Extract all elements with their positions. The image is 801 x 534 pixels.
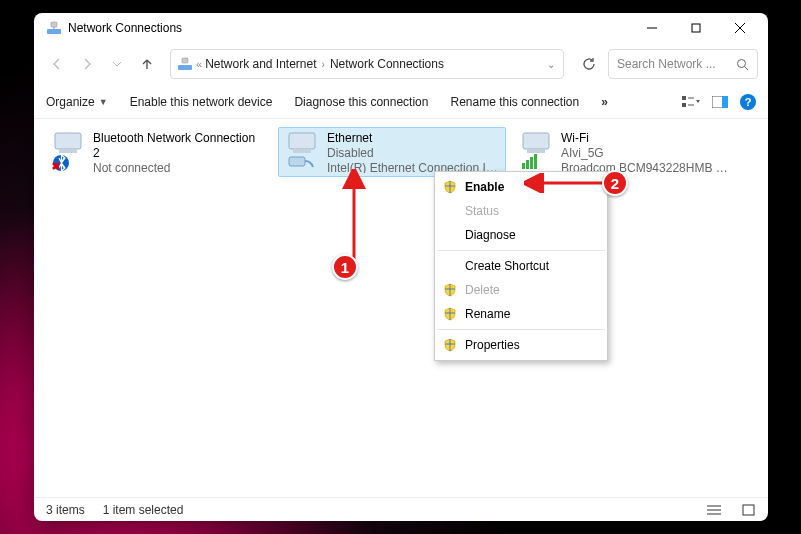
window-title: Network Connections <box>68 21 182 35</box>
svg-rect-24 <box>527 149 545 153</box>
wifi-adapter-icon <box>519 131 555 171</box>
svg-rect-0 <box>47 29 61 34</box>
crumb-network-connections[interactable]: Network Connections <box>330 57 444 71</box>
back-button[interactable] <box>44 51 70 77</box>
svg-point-9 <box>738 59 746 67</box>
minimize-button[interactable] <box>630 13 674 43</box>
chevron-down-icon[interactable]: ⌄ <box>545 59 557 70</box>
shield-icon <box>443 307 457 321</box>
explorer-window: Network Connections « Network and Intern… <box>34 13 768 521</box>
ctx-separator <box>437 250 605 251</box>
refresh-button[interactable] <box>574 49 604 79</box>
view-layout-icon[interactable] <box>682 95 700 109</box>
svg-rect-4 <box>692 24 700 32</box>
shield-icon <box>443 283 457 297</box>
svg-rect-34 <box>743 505 754 515</box>
adapter-status: AIvi_5G <box>561 146 733 161</box>
address-bar[interactable]: « Network and Internet › Network Connect… <box>170 49 564 79</box>
adapter-name: Bluetooth Network Connection 2 <box>93 131 265 161</box>
svg-rect-7 <box>178 65 192 70</box>
preview-pane-icon[interactable] <box>712 96 728 108</box>
shield-icon <box>443 180 457 194</box>
adapter-bluetooth[interactable]: Bluetooth Network Connection 2 Not conne… <box>44 127 272 177</box>
svg-rect-23 <box>523 133 549 149</box>
svg-rect-26 <box>526 160 529 169</box>
ctx-create-shortcut[interactable]: Create Shortcut <box>435 254 607 278</box>
svg-rect-1 <box>51 22 57 27</box>
ctx-separator <box>437 329 605 330</box>
rename-cmd[interactable]: Rename this connection <box>450 95 579 109</box>
annotation-badge-1: 1 <box>332 254 358 280</box>
shield-icon <box>443 338 457 352</box>
svg-rect-20 <box>289 133 315 149</box>
svg-rect-25 <box>522 163 525 169</box>
ctx-status: Status <box>435 199 607 223</box>
up-button[interactable] <box>134 51 160 77</box>
command-bar: Organize▼ Enable this network device Dia… <box>34 85 768 119</box>
adapter-ethernet[interactable]: Ethernet Disabled Intel(R) Ethernet Conn… <box>278 127 506 177</box>
ctx-enable[interactable]: Enable <box>435 175 607 199</box>
svg-rect-16 <box>722 96 728 108</box>
adapter-wifi[interactable]: Wi-Fi AIvi_5G Broadcom BCM943228HMB 802.… <box>512 127 740 177</box>
svg-rect-11 <box>682 96 686 100</box>
svg-rect-21 <box>293 149 311 153</box>
ethernet-adapter-icon <box>285 131 321 171</box>
svg-rect-12 <box>682 103 686 107</box>
search-placeholder: Search Network ... <box>617 57 730 71</box>
recent-dropdown[interactable] <box>104 51 130 77</box>
svg-rect-8 <box>182 58 188 63</box>
overflow-cmd[interactable]: » <box>601 95 608 109</box>
chevron-right-icon: › <box>320 59 327 70</box>
bluetooth-adapter-icon <box>51 131 87 171</box>
forward-button[interactable] <box>74 51 100 77</box>
app-icon <box>46 20 62 36</box>
diagnose-cmd[interactable]: Diagnose this connection <box>294 95 428 109</box>
ctx-rename[interactable]: Rename <box>435 302 607 326</box>
crumb-prefix: « <box>196 58 202 70</box>
status-selected-count: 1 item selected <box>103 503 184 517</box>
search-input[interactable]: Search Network ... <box>608 49 758 79</box>
crumb-network-internet[interactable]: Network and Internet <box>205 57 316 71</box>
details-view-icon[interactable] <box>706 502 722 518</box>
context-menu: Enable Status Diagnose Create Shortcut D… <box>434 171 608 361</box>
adapter-name: Wi-Fi <box>561 131 733 146</box>
enable-device-cmd[interactable]: Enable this network device <box>130 95 273 109</box>
ctx-properties[interactable]: Properties <box>435 333 607 357</box>
svg-rect-27 <box>530 157 533 169</box>
adapter-name: Ethernet <box>327 131 499 146</box>
help-icon[interactable]: ? <box>740 94 756 110</box>
adapter-status: Disabled <box>327 146 499 161</box>
close-button[interactable] <box>718 13 762 43</box>
svg-rect-22 <box>289 157 305 166</box>
titlebar: Network Connections <box>34 13 768 43</box>
navbar: « Network and Internet › Network Connect… <box>34 43 768 85</box>
statusbar: 3 items 1 item selected <box>34 497 768 521</box>
svg-rect-28 <box>534 154 537 169</box>
svg-rect-18 <box>59 149 77 153</box>
ctx-diagnose[interactable]: Diagnose <box>435 223 607 247</box>
search-icon <box>736 58 749 71</box>
large-icons-view-icon[interactable] <box>740 502 756 518</box>
annotation-badge-2: 2 <box>602 170 628 196</box>
adapter-status: Not connected <box>93 161 265 173</box>
status-item-count: 3 items <box>46 503 85 517</box>
svg-line-10 <box>745 66 749 70</box>
svg-rect-17 <box>55 133 81 149</box>
address-icon <box>177 56 193 72</box>
ctx-delete: Delete <box>435 278 607 302</box>
organize-menu[interactable]: Organize▼ <box>46 95 108 109</box>
maximize-button[interactable] <box>674 13 718 43</box>
content-area[interactable]: Bluetooth Network Connection 2 Not conne… <box>34 119 768 497</box>
